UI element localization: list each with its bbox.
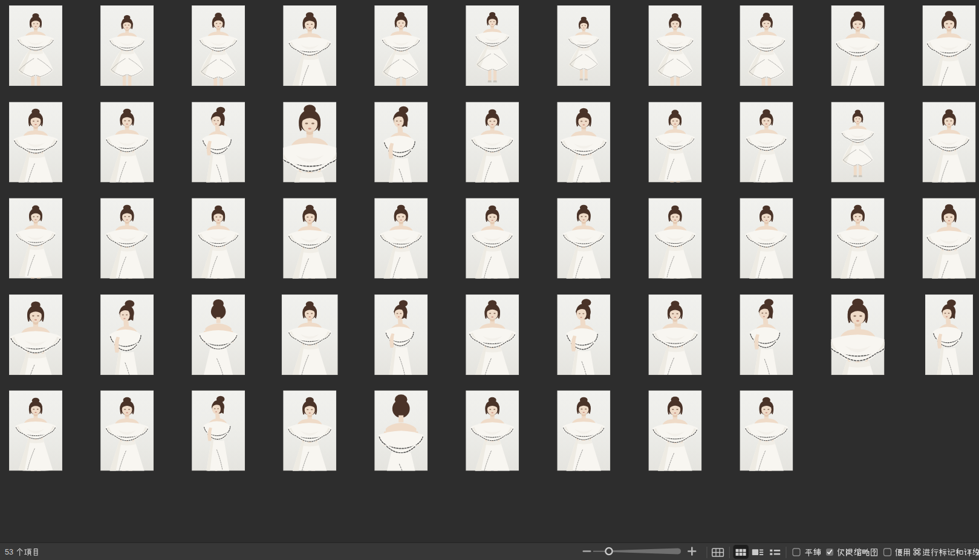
svg-text:53: 53: [5, 548, 13, 556]
